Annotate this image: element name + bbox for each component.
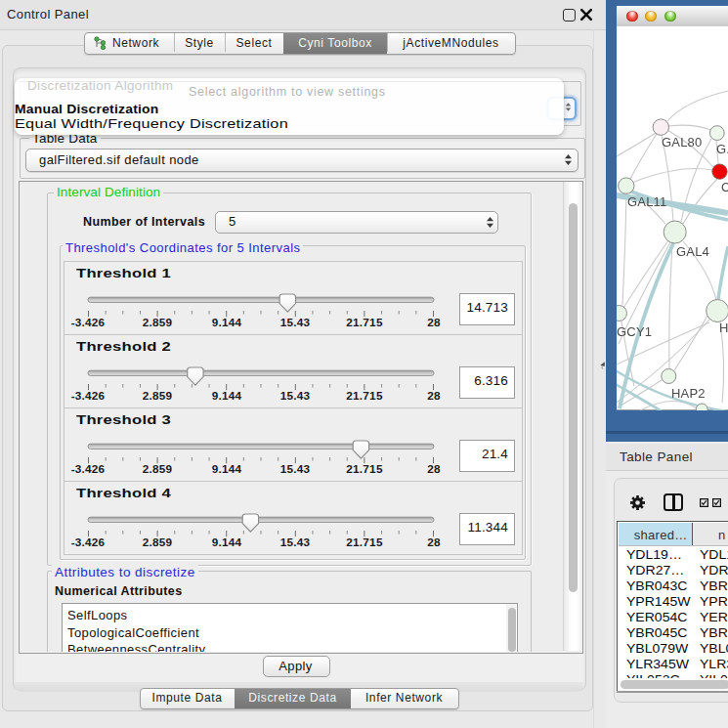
svg-text:GAL80: GAL80 xyxy=(662,135,702,150)
svg-text:H: H xyxy=(719,321,728,335)
svg-text:GAL4: GAL4 xyxy=(676,244,709,259)
svg-text:GCY1: GCY1 xyxy=(617,324,652,339)
svg-text:GAL11: GAL11 xyxy=(627,194,667,209)
svg-text:C: C xyxy=(721,180,728,194)
svg-text:G.: G. xyxy=(716,142,728,156)
svg-text:HAP2: HAP2 xyxy=(671,386,706,401)
